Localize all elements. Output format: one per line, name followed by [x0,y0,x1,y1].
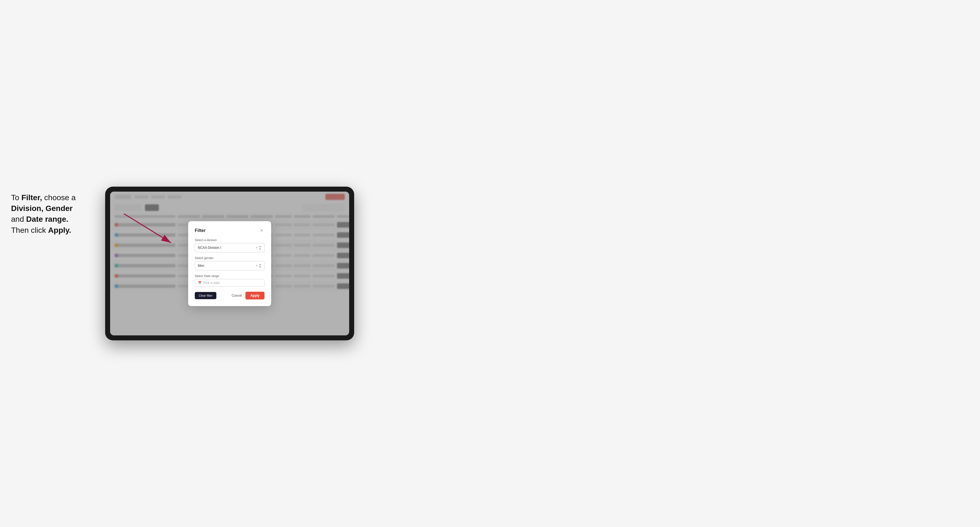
apply-button[interactable]: Apply [245,292,264,300]
instruction-text: To Filter, choose a Division, Gender and… [11,187,89,236]
division-label: Select a division [195,238,264,242]
filter-bold: Filter, [21,193,42,202]
modal-close-button[interactable]: × [259,228,264,233]
gender-select[interactable]: Men × ▲ ▼ [195,261,264,270]
division-select-icons: × ▲ ▼ [256,245,261,251]
tablet-frame: Filter × Select a division NCAA Division… [105,187,354,340]
division-form-group: Select a division NCAA Division I × ▲ ▼ [195,238,264,252]
date-input[interactable]: 📅 Pick a date [195,279,264,287]
date-form-group: Select Date range 📅 Pick a date [195,274,264,287]
footer-right-buttons: Cancel Apply [232,292,264,300]
gender-form-group: Select gender Men × ▲ ▼ [195,256,264,270]
tablet-screen: Filter × Select a division NCAA Division… [110,192,349,335]
apply-bold: Apply. [48,226,71,235]
gender-arrows-icon[interactable]: ▲ ▼ [259,263,261,268]
gender-clear-icon[interactable]: × [256,264,258,268]
division-arrows-icon[interactable]: ▲ ▼ [259,245,261,251]
date-range-bold: Date range. [26,215,68,224]
division-clear-icon[interactable]: × [256,246,258,250]
modal-overlay: Filter × Select a division NCAA Division… [110,192,349,335]
modal-title: Filter [195,228,205,233]
date-label: Select Date range [195,274,264,278]
division-select[interactable]: NCAA Division I × ▲ ▼ [195,243,264,252]
filter-modal: Filter × Select a division NCAA Division… [188,221,271,306]
clear-filter-button[interactable]: Clear filter [195,292,216,299]
division-gender-bold: Division, Gender [11,204,73,213]
modal-header: Filter × [195,228,264,233]
date-placeholder: Pick a date [204,281,220,285]
gender-label: Select gender [195,256,264,260]
division-value: NCAA Division I [198,246,256,250]
calendar-icon: 📅 [198,281,202,284]
and-text: and [11,215,26,224]
gender-value: Men [198,264,256,268]
page-wrapper: To Filter, choose a Division, Gender and… [11,187,969,340]
cancel-button[interactable]: Cancel [232,294,242,297]
then-text: Then click [11,226,48,235]
modal-footer: Clear filter Cancel Apply [195,292,264,300]
gender-select-icons: × ▲ ▼ [256,263,261,268]
